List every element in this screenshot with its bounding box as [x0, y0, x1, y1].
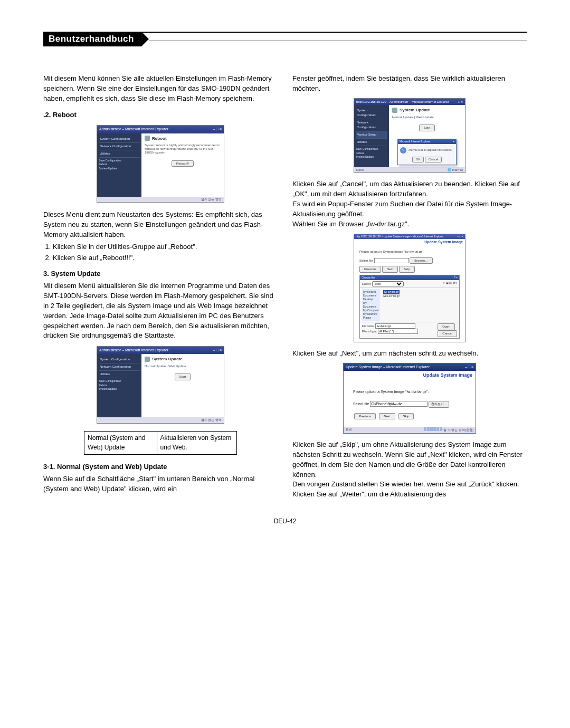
- reboot-shot-titlebar: Administrator – Microsoft Internet Explo…: [97, 126, 224, 133]
- window-controls-icon: – □ ×: [213, 348, 222, 353]
- confirm-main-head: System Update: [400, 107, 430, 113]
- sidebar-subitem: Save Configuration: [356, 147, 387, 151]
- sidebar-item: Utilities: [99, 150, 140, 158]
- sidebar-item: System Configuration: [99, 136, 140, 143]
- update-icon: [392, 108, 397, 113]
- confirm-intro: Fenster geöffnet, indem Sie bestätigen, …: [292, 74, 527, 94]
- window-controls-icon: – □ ×: [213, 127, 222, 132]
- ok-button[interactable]: OK: [412, 157, 424, 162]
- sidebar-subitem: System Update: [99, 167, 140, 171]
- browse-button[interactable]: Browse…: [410, 257, 433, 264]
- sysupd-links: Normal Update | Web Update: [145, 365, 221, 368]
- reboot-icon: [145, 136, 150, 141]
- next-status-left: 완료: [346, 427, 352, 433]
- reboot-main-head: Reboot: [152, 136, 167, 142]
- previous-button[interactable]: Previous: [359, 266, 381, 273]
- sidebar-item: Network Configuration: [99, 143, 140, 150]
- fd-place[interactable]: Desktop: [363, 298, 379, 301]
- fd-places: My Recent Documents Desktop My Documents…: [362, 289, 380, 321]
- zone-icon: 🌐 Internet: [448, 168, 463, 173]
- next-select-label: Select file: [353, 402, 369, 406]
- fd-lookin-select[interactable]: temp: [372, 281, 404, 286]
- select-file-label: Select file: [359, 259, 373, 262]
- fd-place[interactable]: My Documents: [363, 301, 379, 309]
- start-button[interactable]: Start: [175, 373, 191, 380]
- close-icon[interactable]: ? ×: [454, 276, 458, 280]
- reboot-statusbar: 알수 없는 영역: [97, 197, 224, 203]
- reboot-step: Klicken Sie auf „Reboot!!!".: [53, 253, 278, 263]
- reboot-screenshot: Administrator – Microsoft Internet Explo…: [97, 125, 224, 203]
- progress-icon: [424, 427, 442, 431]
- sidebar-item: System Configuration: [99, 356, 140, 363]
- upload-titlebar: http://192.168.10.120 – Update System Im…: [356, 235, 443, 238]
- next-file-input[interactable]: [370, 401, 428, 407]
- confirm-title: http://192.168.10.120 – Administrator – …: [356, 100, 449, 104]
- done-label: Done: [356, 168, 364, 173]
- skip-button[interactable]: Skip: [399, 266, 415, 273]
- cancel-button[interactable]: Cancel: [425, 157, 442, 162]
- sidebar-item: Utilities: [356, 139, 387, 146]
- update-type-table: Normal (System and Web) Update Aktualisi…: [84, 431, 237, 455]
- reboot-step: Klicken Sie in der Utilities-Gruppe auf …: [53, 242, 278, 252]
- upload-header: Update System Image: [354, 239, 465, 245]
- system-update-text: Mit diesem Menü aktualisieren Sie die in…: [43, 281, 278, 341]
- next-shot-msg: Please upload a System Image "fw-dvr.tar…: [353, 389, 466, 395]
- sysupd-main-head: System Update: [152, 356, 183, 362]
- fd-lookin-label: Look in:: [362, 282, 372, 285]
- fd-cancel-button[interactable]: Cancel: [438, 330, 457, 337]
- next-status-right: 알 수 없는 영역(혼합): [443, 428, 473, 432]
- confirm-start-button[interactable]: Start: [419, 124, 435, 131]
- reboot-shot-sidebar: System Configuration Network Configurati…: [97, 133, 141, 197]
- fd-place[interactable]: My Computer: [363, 309, 379, 312]
- next-browse-button[interactable]: 찾아보기...: [429, 401, 449, 408]
- confirm-text: Klicken Sie auf „Cancel", um das Aktuali…: [292, 179, 527, 229]
- reboot-button[interactable]: Reboot!!!: [172, 160, 194, 167]
- fd-filename-input[interactable]: [375, 323, 415, 329]
- fd-nav-icons[interactable]: ⇦ ▣ ▤ ☰ ▾: [443, 281, 457, 285]
- fd-file[interactable]: web-dvr.tar.gz: [383, 294, 456, 298]
- next-previous-button[interactable]: Previous: [354, 413, 376, 420]
- page-number: DEU-42: [43, 518, 527, 525]
- next-next-button[interactable]: Next: [379, 413, 395, 420]
- header-rule: [149, 41, 527, 41]
- fd-filetype-input[interactable]: [378, 329, 418, 334]
- fd-open-button[interactable]: Open: [438, 323, 455, 330]
- next-skip-button[interactable]: Skip: [398, 413, 414, 420]
- reboot-text: Dieses Menü dient zum Neustarten des Sys…: [43, 210, 278, 240]
- sidebar-item: System Configuration: [356, 107, 387, 119]
- sysupd-statusbar: 알수 없는 영역: [97, 417, 224, 423]
- sidebar-item: Network Configuration: [356, 119, 387, 131]
- fd-place[interactable]: My Recent Documents: [363, 290, 379, 298]
- next-button[interactable]: Next: [382, 266, 398, 273]
- sysupd-shot-title: Administrator – Microsoft Internet Explo…: [99, 348, 168, 353]
- system-update-heading: 3. System Update: [43, 269, 278, 279]
- fd-title: Choose file: [362, 276, 375, 280]
- table-cell: Normal (System and Web) Update: [84, 432, 157, 455]
- file-input[interactable]: [374, 258, 409, 263]
- sidebar-subitem: System Update: [99, 387, 140, 391]
- next-text: Klicken Sie auf „Next", um zum nächsten …: [292, 349, 527, 359]
- sidebar-item: Utilities: [99, 371, 140, 378]
- header-bar: Benutzerhandbuch: [43, 32, 527, 47]
- next-shot-title: Update System Image – Microsoft Internet…: [346, 365, 430, 370]
- normal-update-text: Wenn Sie auf die Schaltfläche „Start" im…: [43, 474, 278, 494]
- reboot-heading: .2. Reboot: [43, 110, 278, 120]
- sidebar-subitem: Reboot: [99, 162, 140, 167]
- left-column: Mit diesem Menü können Sie alle aktuelle…: [43, 74, 278, 502]
- window-controls-icon: – □ ×: [465, 365, 473, 370]
- upload-instruction: Please upload a System Image "fw-dvr.tar…: [359, 250, 460, 254]
- normal-update-heading: 3-1. Normal (System and Web) Update: [43, 462, 278, 472]
- confirm-links: Normal Update | Web Update: [392, 116, 462, 119]
- window-controls-icon: – □ ×: [455, 100, 463, 104]
- right-column: Fenster geöffnet, indem Sie bestätigen, …: [292, 74, 527, 502]
- file-dialog: Choose file? × Look in: temp ⇦ ▣ ▤ ☰ ▾ M…: [359, 275, 460, 339]
- question-icon: ?: [400, 147, 406, 154]
- reboot-shot-title: Administrator – Microsoft Internet Explo…: [99, 127, 168, 132]
- intro-paragraph: Mit diesem Menü können Sie alle aktuelle…: [43, 74, 278, 104]
- close-icon[interactable]: ×: [453, 140, 454, 143]
- fd-file-selected[interactable]: fw-dvr.tar.gz: [383, 290, 400, 294]
- sidebar-subitem: Reboot: [356, 151, 387, 156]
- sidebar-subitem: Save Configuration: [99, 159, 140, 163]
- update-icon: [145, 357, 150, 362]
- fd-place[interactable]: My Network Places: [363, 312, 379, 320]
